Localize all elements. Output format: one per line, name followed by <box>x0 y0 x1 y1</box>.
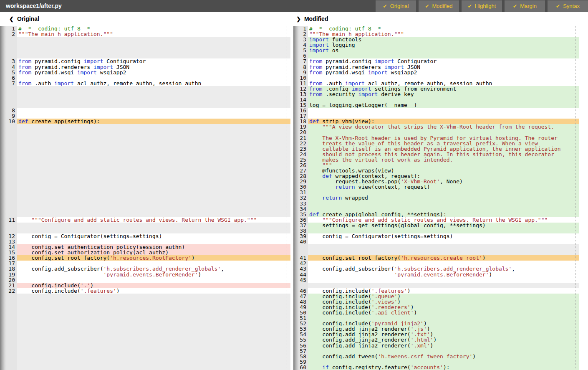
code-line <box>17 113 290 119</box>
line-number: 9 <box>293 70 308 75</box>
code-line: from pyramid.config import Configurator <box>308 58 579 64</box>
modified-pane[interactable]: 1# -*- coding: utf-8 -*-2"""The main h a… <box>293 26 579 370</box>
code-line <box>17 190 290 195</box>
code-line <box>17 124 290 129</box>
line-number <box>0 304 17 310</box>
code-line <box>17 42 290 48</box>
toggle-highlight-button[interactable]: ✔Highlight <box>462 0 502 12</box>
line-number <box>0 97 17 102</box>
line-number <box>0 359 17 365</box>
toggle-margin-button[interactable]: ✔Margin <box>505 0 545 12</box>
code-line: # -*- coding: utf-8 -*- <box>308 26 579 31</box>
diff-row: 26 """ <box>293 162 579 168</box>
line-number: 16 <box>0 255 17 261</box>
diff-row: 57 <box>293 348 579 354</box>
diff-row <box>0 91 290 97</box>
modified-pane-header: ❯ Modified <box>296 15 328 22</box>
diff-row: 40 <box>293 239 579 244</box>
diff-row <box>0 212 290 217</box>
line-number: 58 <box>293 354 308 359</box>
line-number: 14 <box>0 244 17 250</box>
margin-line-modified <box>575 26 575 370</box>
line-number: 57 <box>293 348 308 354</box>
diff-row <box>0 37 290 42</box>
code-line: import os <box>308 48 579 53</box>
toggle-original-button[interactable]: ✔Original <box>376 0 416 12</box>
code-line <box>308 239 579 244</box>
code-line: config.add_jinja2_renderer('.txt') <box>308 332 579 337</box>
line-number <box>0 179 17 184</box>
code-line: return view(context, request) <box>308 184 579 190</box>
toggle-label: Highlight <box>475 3 496 9</box>
diff-row <box>0 190 290 195</box>
diff-row: 16 config.set_root_factory('h.resources.… <box>0 255 290 261</box>
code-line: config = Configurator(settings=settings) <box>17 233 290 239</box>
diff-row: 34 <box>293 206 579 212</box>
diff-row <box>0 365 290 370</box>
code-line <box>17 102 290 108</box>
code-line: log = logging.getLogger(__name__) <box>308 102 579 108</box>
line-number <box>0 102 17 108</box>
diff-row <box>0 141 290 146</box>
line-number: 4 <box>293 42 308 48</box>
code-line <box>17 141 290 146</box>
line-number <box>0 195 17 200</box>
diff-row <box>0 162 290 168</box>
diff-row <box>0 53 290 58</box>
code-line: treats the value of this header as a tra… <box>308 141 579 146</box>
diff-row: 60 if config.registry.feature('accounts'… <box>293 365 579 370</box>
toggle-syntax-button[interactable]: ✔Syntax <box>548 0 588 12</box>
code-line <box>17 86 290 91</box>
line-number <box>0 206 17 212</box>
diff-row: 18 config.add_subscriber('h.subscribers.… <box>0 266 290 271</box>
code-line <box>308 359 579 365</box>
line-number: 46 <box>293 288 308 294</box>
code-line: return wrapped <box>308 195 579 200</box>
diff-row: 51 <box>293 315 579 321</box>
line-number <box>0 129 17 135</box>
code-line <box>17 129 290 135</box>
diff-row: 53 config.add_jinja2_renderer('.js') <box>293 326 579 332</box>
code-line <box>308 277 579 283</box>
code-line <box>17 157 290 162</box>
code-line <box>17 53 290 58</box>
code-line <box>308 53 579 58</box>
code-line: config.include('.features') <box>17 288 290 294</box>
code-line: from pyramid.renderers import JSON <box>17 64 290 70</box>
code-line <box>17 321 290 326</box>
line-number: 21 <box>293 135 308 141</box>
diff-row: 55 config.add_jinja2_renderer('.html') <box>293 337 579 342</box>
line-number: 16 <box>293 108 308 113</box>
line-number: 40 <box>293 239 308 244</box>
code-line: config.add_tween('h.tweens.csrf_tween_fa… <box>308 354 579 359</box>
line-number: 5 <box>0 70 17 75</box>
code-line <box>17 304 290 310</box>
code-line <box>308 113 579 119</box>
toggle-modified-button[interactable]: ✔Modified <box>419 0 459 12</box>
code-line: """The main h application.""" <box>308 31 579 37</box>
diff-row <box>293 283 579 288</box>
modified-pane-rows: 1# -*- coding: utf-8 -*-2"""The main h a… <box>293 26 579 370</box>
code-line <box>17 294 290 299</box>
diff-row <box>0 337 290 342</box>
original-pane[interactable]: 1# -*- coding: utf-8 -*-2"""The main h a… <box>0 26 290 370</box>
diff-row: 5from pyramid.wsgi import wsgiapp2 <box>0 70 290 75</box>
line-number: 45 <box>293 277 308 283</box>
code-line: settings = get_settings(global_config, *… <box>308 223 579 228</box>
diff-row: 52 config.include('pyramid_jinja2') <box>293 321 579 326</box>
line-number: 20 <box>0 277 17 283</box>
diff-row <box>0 294 290 299</box>
code-line: config.set_root_factory('h.resources.cre… <box>308 255 579 261</box>
line-number <box>0 201 17 206</box>
toolbar-buttons: ✔Original✔Modified✔Highlight✔Margin✔Synt… <box>376 0 588 12</box>
code-line: @functools.wraps(view) <box>308 168 579 173</box>
diff-row: 35def create_app(global_config, **settin… <box>293 212 579 217</box>
code-line: from .auth import acl_authz, remote_auth… <box>17 81 290 86</box>
diff-row: 1# -*- coding: utf-8 -*- <box>0 26 290 31</box>
code-line: config.include('.queue') <box>308 294 579 299</box>
code-line: def create_app(global_config, **settings… <box>308 212 579 217</box>
code-line: from .auth import acl_authz, remote_auth… <box>308 81 579 86</box>
diff-row: 10 <box>293 75 579 81</box>
line-number: 33 <box>293 201 308 206</box>
check-icon: ✔ <box>556 3 560 9</box>
